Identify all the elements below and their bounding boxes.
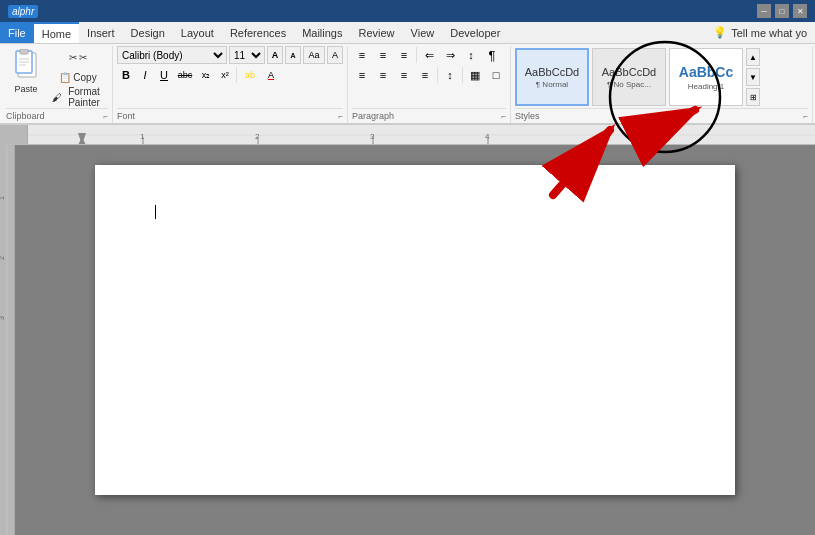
para-separator2 [437,67,438,83]
borders-button[interactable]: □ [486,66,506,84]
align-right-button[interactable]: ≡ [394,66,414,84]
clipboard-label: Clipboard ⌐ [6,108,108,123]
font-shrink-button[interactable]: A [285,46,301,64]
superscript-button[interactable]: x² [216,66,234,84]
svg-rect-2 [20,49,28,54]
italic-button[interactable]: I [136,66,154,84]
styles-more[interactable]: ⊞ [746,88,760,106]
sort-button[interactable]: ↕ [461,46,481,64]
font-row1: Calibri (Body) 11 A A Aa A [117,46,343,64]
style-heading1-label: Heading 1 [688,82,724,91]
font-size-select[interactable]: 11 [229,46,265,64]
menu-item-review[interactable]: Review [351,22,403,43]
style-heading1-preview: AaBbCc [679,64,733,80]
font-label: Font ⌐ [117,108,343,123]
font-expand-icon[interactable]: ⌐ [338,112,343,121]
cut-button[interactable]: ✂ ✂ [48,48,108,66]
font-color-button[interactable]: A [262,66,280,84]
font-group: Calibri (Body) 11 A A Aa A B I U abc x₂ … [113,46,348,123]
styles-label: Styles ⌐ [515,108,808,123]
clipboard-tools: Paste ✂ ✂ 📋 Copy 🖌 Format Painter [6,46,108,108]
font-tools: Calibri (Body) 11 A A Aa A B I U abc x₂ … [117,46,343,108]
paragraph-expand-icon[interactable]: ⌐ [501,112,506,121]
paragraph-label: Paragraph ⌐ [352,108,506,123]
svg-text:1: 1 [0,196,5,200]
menu-item-file[interactable]: File [0,22,34,43]
subscript-button[interactable]: x₂ [197,66,215,84]
ruler-content: 1 2 3 4 5 [28,125,815,144]
styles-expand-icon[interactable]: ⌐ [803,112,808,121]
tell-me-area[interactable]: 💡 Tell me what yo [705,26,815,39]
document-page[interactable] [95,165,735,495]
font-row2: B I U abc x₂ x² ab A [117,66,343,84]
style-no-spacing-label: ¶ No Spac... [607,80,651,89]
text-highlight-button[interactable]: ab [239,66,261,84]
minimize-btn[interactable]: ─ [757,4,771,18]
font-grow-button[interactable]: A [267,46,283,64]
app-logo: alphr [8,5,38,18]
menu-item-developer[interactable]: Developer [442,22,508,43]
menu-bar: File Home Insert Design Layout Reference… [0,22,815,44]
menu-item-design[interactable]: Design [123,22,173,43]
styles-group: AaBbCcDd ¶ Normal AaBbCcDd ¶ No Spac... … [511,46,813,123]
scissors-icon: ✂ [69,52,77,63]
show-hide-button[interactable]: ¶ [482,46,502,64]
menu-item-references[interactable]: References [222,22,294,43]
strikethrough-button[interactable]: abc [174,66,196,84]
font-separator [236,67,237,83]
close-btn[interactable]: ✕ [793,4,807,18]
paragraph-group: ≡ ≡ ≡ ⇐ ⇒ ↕ ¶ ≡ ≡ ≡ ≡ ↕ ▦ □ [348,46,511,123]
paragraph-row1: ≡ ≡ ≡ ⇐ ⇒ ↕ ¶ [352,46,506,64]
bold-button[interactable]: B [117,66,135,84]
clear-format-button[interactable]: A [327,46,343,64]
numbering-button[interactable]: ≡ [373,46,393,64]
menu-item-view[interactable]: View [403,22,443,43]
menu-item-layout[interactable]: Layout [173,22,222,43]
styles-scroll-up[interactable]: ▲ [746,48,760,66]
menu-item-insert[interactable]: Insert [79,22,123,43]
multilevel-button[interactable]: ≡ [394,46,414,64]
style-heading1[interactable]: AaBbCc Heading 1 [669,48,743,106]
underline-button[interactable]: U [155,66,173,84]
justify-button[interactable]: ≡ [415,66,435,84]
page-container[interactable] [15,145,815,535]
document-area: 1 2 3 [0,145,815,535]
clipboard-group: Paste ✂ ✂ 📋 Copy 🖌 Format Painter Clipbo [2,46,113,123]
paragraph-row2: ≡ ≡ ≡ ≡ ↕ ▦ □ [352,66,506,84]
title-bar: alphr ─ □ ✕ [0,0,815,22]
ruler-svg: 1 2 3 4 5 [28,125,815,145]
paste-button[interactable]: Paste [6,46,46,96]
styles-scroll: ▲ ▼ ⊞ [746,48,760,106]
style-no-spacing[interactable]: AaBbCcDd ¶ No Spac... [592,48,666,106]
para-separator3 [462,67,463,83]
change-case-button[interactable]: Aa [303,46,325,64]
clipboard-expand-icon[interactable]: ⌐ [103,112,108,121]
style-normal-label: ¶ Normal [536,80,568,89]
copy-icon: 📋 [59,72,71,83]
increase-indent-button[interactable]: ⇒ [440,46,460,64]
line-spacing-button[interactable]: ↕ [440,66,460,84]
styles-scroll-down[interactable]: ▼ [746,68,760,86]
format-painter-button[interactable]: 🖌 Format Painter [48,88,108,106]
bullets-button[interactable]: ≡ [352,46,372,64]
vertical-ruler: 1 2 3 [0,145,15,535]
shading-button[interactable]: ▦ [465,66,485,84]
decrease-indent-button[interactable]: ⇐ [419,46,439,64]
menu-item-home[interactable]: Home [34,22,79,43]
font-family-select[interactable]: Calibri (Body) [117,46,227,64]
style-no-spacing-preview: AaBbCcDd [602,66,656,78]
title-bar-controls: ─ □ ✕ [757,4,807,18]
text-cursor [155,205,156,219]
title-bar-left: alphr [8,5,38,18]
align-left-button[interactable]: ≡ [352,66,372,84]
maximize-btn[interactable]: □ [775,4,789,18]
copy-button[interactable]: 📋 Copy [48,68,108,86]
vertical-ruler-svg: 1 2 3 [0,145,15,535]
paragraph-tools: ≡ ≡ ≡ ⇐ ⇒ ↕ ¶ ≡ ≡ ≡ ≡ ↕ ▦ □ [352,46,506,108]
menu-item-mailings[interactable]: Mailings [294,22,350,43]
svg-text:2: 2 [0,256,5,260]
style-normal[interactable]: AaBbCcDd ¶ Normal [515,48,589,106]
ruler-left-margin [0,125,28,144]
ribbon: Paste ✂ ✂ 📋 Copy 🖌 Format Painter Clipbo [0,44,815,125]
center-button[interactable]: ≡ [373,66,393,84]
